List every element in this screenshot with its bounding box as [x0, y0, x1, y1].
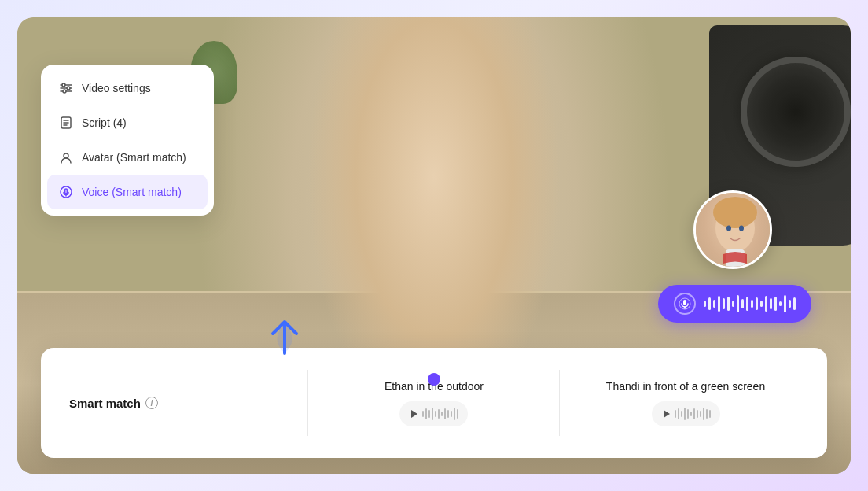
svg-point-17: [739, 226, 744, 231]
bottom-panel: Smart match i Ethan in the outdoor: [41, 348, 827, 458]
sidebar-menu: Video settings Script (4): [41, 65, 214, 216]
arrow-indicator: [265, 310, 296, 349]
ethan-waveform: [422, 406, 458, 422]
ethan-play-icon: [409, 408, 420, 419]
thandi-card-section: Thandi in front of a green screen: [560, 362, 811, 444]
voice-waveform-display: [704, 294, 796, 313]
avatar-icon: [58, 150, 74, 165]
sidebar-item-script[interactable]: Script (4): [47, 105, 208, 140]
avatar-face: [696, 193, 770, 267]
ethan-play-button[interactable]: [399, 401, 468, 426]
info-icon[interactable]: i: [145, 397, 158, 409]
thandi-waveform: [675, 406, 711, 422]
thandi-video-card[interactable]: Thandi in front of a green screen: [606, 379, 765, 426]
settings-icon: [58, 80, 74, 96]
voice-badge: [658, 285, 811, 323]
thandi-card-title: Thandi in front of a green screen: [606, 379, 765, 395]
sidebar-item-video-settings[interactable]: Video settings: [47, 71, 208, 105]
avatar-preview: [693, 190, 772, 269]
selected-indicator: [428, 373, 440, 386]
sidebar-item-voice[interactable]: Voice (Smart match): [47, 175, 208, 209]
svg-point-10: [64, 153, 68, 158]
ethan-video-card[interactable]: Ethan in the outdoor: [384, 379, 484, 426]
script-icon: [58, 115, 74, 131]
svg-rect-20: [683, 300, 686, 305]
svg-point-3: [62, 83, 65, 87]
camera-lens: [741, 57, 851, 167]
ethan-card-section: Ethan in the outdoor: [308, 362, 560, 444]
sidebar-item-avatar[interactable]: Avatar (Smart match): [47, 140, 208, 175]
voice-badge-icon: [674, 293, 696, 315]
smart-match-label: Smart match i: [69, 397, 158, 410]
svg-point-16: [726, 226, 731, 231]
svg-point-5: [63, 90, 66, 93]
main-container: Video settings Script (4): [17, 17, 851, 474]
thandi-play-button[interactable]: [652, 401, 720, 426]
svg-point-4: [67, 87, 70, 90]
video-settings-label: Video settings: [82, 82, 151, 94]
avatar-label: Avatar (Smart match): [82, 151, 186, 164]
script-label: Script (4): [82, 116, 127, 129]
thandi-play-icon: [661, 408, 672, 419]
voice-menu-icon: [58, 184, 74, 200]
smart-match-section: Smart match i: [57, 362, 308, 444]
voice-label: Voice (Smart match): [82, 186, 182, 198]
svg-point-15: [713, 197, 757, 228]
